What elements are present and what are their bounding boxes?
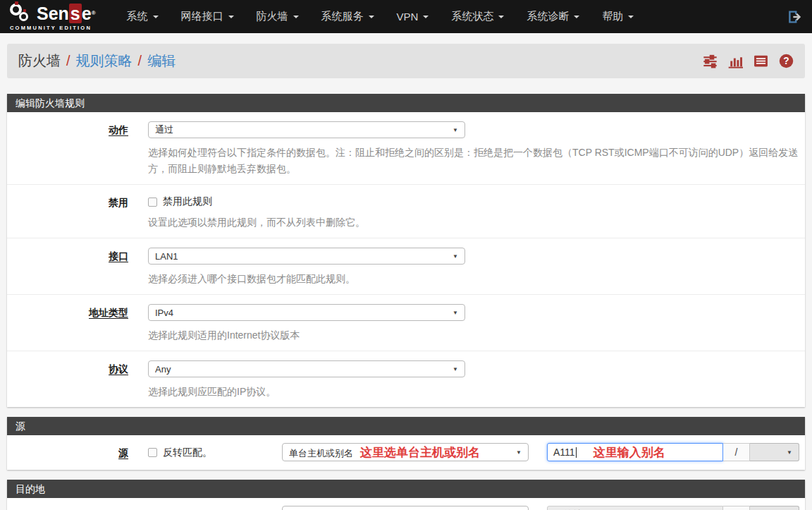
interface-select[interactable]: LAN1 ▼ [148,248,465,265]
form-row-destination: 目的地 反转匹配。 any ▼ 目的地 Address / ▼ [7,498,805,510]
source-mask-select[interactable]: ▼ [750,443,799,461]
form-row-action: 动作 通过 ▼ 选择如何处理符合以下指定条件的数据包。注：阻止和拒绝之间的区别是… [7,112,805,184]
source-panel: 源 源 反转匹配。 单台主机或别名这里选单台主机或别名 ▼ A111 这里输入别… [7,417,805,470]
select-caret-icon: ▼ [516,449,522,456]
protocol-select[interactable]: Any ▼ [148,360,465,377]
nav-item-interfaces[interactable]: 网络接口 [170,0,245,33]
source-address-annotation: 这里输入别名 [593,444,665,461]
svg-text:?: ? [783,56,789,66]
destination-mask-select[interactable]: ▼ [750,506,799,510]
nav-item-diagnostics[interactable]: 系统诊断 [515,0,591,33]
caret-down-icon [628,16,634,18]
nav-item-system[interactable]: 系统 [116,0,170,33]
interface-label: 接口 [7,248,148,287]
mask-separator: / [723,506,750,510]
edition-label: COMMUNITY EDITION [10,25,96,31]
nav-menu: 系统 网络接口 防火墙 系统服务 VPN 系统状态 系统诊断 帮助 [116,0,787,33]
address-family-select[interactable]: IPv4 ▼ [148,304,465,321]
edit-rule-panel: 编辑防火墙规则 动作 通过 ▼ 选择如何处理符合以下指定条件的数据包。注：阻止和… [7,94,805,407]
top-navbar: Sense® COMMUNITY EDITION 系统 网络接口 防火墙 系统服… [0,0,812,33]
disabled-label: 禁用 [7,194,148,231]
caret-down-icon [498,16,504,18]
breadcrumb-link-edit[interactable]: 编辑 [147,51,176,71]
pfsense-logo[interactable]: Sense® COMMUNITY EDITION [10,3,96,31]
action-label: 动作 [7,121,148,177]
form-row-disabled: 禁用 禁用此规则 设置此选项以禁用此规则，而不从列表中删除它。 [7,184,805,238]
breadcrumb-separator: / [133,53,148,69]
nav-item-services[interactable]: 系统服务 [310,0,386,33]
help-icon[interactable]: ? [779,54,794,68]
select-caret-icon: ▼ [453,310,458,316]
nav-item-vpn[interactable]: VPN [386,0,441,33]
panel-title-source: 源 [7,417,805,435]
form-row-source: 源 反转匹配。 单台主机或别名这里选单台主机或别名 ▼ A111 这里输入别名 … [7,435,805,470]
brand-text: Sense® [37,4,96,23]
breadcrumb-separator: / [61,53,76,69]
destination-panel: 目的地 目的地 反转匹配。 any ▼ 目的地 Address / ▼ [7,480,805,510]
select-caret-icon: ▼ [453,366,458,372]
caret-down-icon [293,16,299,18]
sign-out-icon[interactable] [787,9,802,25]
disabled-help-text: 设置此选项以禁用此规则，而不从列表中删除它。 [148,214,799,231]
nav-item-help[interactable]: 帮助 [591,0,645,33]
disable-rule-checkbox[interactable] [148,198,157,207]
select-caret-icon: ▼ [453,127,458,133]
action-help-text: 选择如何处理符合以下指定条件的数据包。注：阻止和拒绝之间的区别是：拒绝是把一个数… [148,145,799,177]
breadcrumb-section: 防火墙 [18,51,61,71]
form-row-interface: 接口 LAN1 ▼ 选择必须进入哪个接口数据包才能匹配此规则。 [7,238,805,294]
caret-down-icon [574,16,579,18]
source-label: 源 [7,444,148,460]
interface-help-text: 选择必须进入哪个接口数据包才能匹配此规则。 [148,271,799,287]
protocol-label: 协议 [7,360,148,400]
caret-down-icon [153,16,159,18]
destination-type-select[interactable]: any ▼ [282,506,529,510]
panel-title-edit-rule: 编辑防火墙规则 [7,94,805,112]
select-caret-icon: ▼ [787,449,792,456]
protocol-help-text: 选择此规则应匹配的IP协议。 [148,384,799,400]
destination-label: 目的地 [7,507,148,510]
sliders-icon[interactable] [703,54,718,68]
select-caret-icon: ▼ [453,253,458,260]
destination-address-input[interactable]: 目的地 Address [547,506,723,510]
list-icon[interactable] [753,54,768,68]
caret-down-icon [423,16,429,18]
panel-title-destination: 目的地 [7,480,805,498]
action-select[interactable]: 通过 ▼ [148,121,465,138]
source-invert-checkbox[interactable] [148,448,157,457]
pfsense-gears-icon [10,3,34,24]
source-invert-label[interactable]: 反转匹配。 [163,447,212,459]
text-caret [576,447,577,458]
nav-item-firewall[interactable]: 防火墙 [245,0,310,33]
source-address-input[interactable]: A111 这里输入别名 [547,443,723,461]
caret-down-icon [228,16,234,18]
caret-down-icon [369,16,374,18]
address-family-label: 地址类型 [7,304,148,344]
disable-rule-checkbox-label[interactable]: 禁用此规则 [163,195,212,208]
breadcrumb: 防火墙 / 规则策略 / 编辑 ? [7,44,805,78]
form-row-address-family: 地址类型 IPv4 ▼ 选择此规则适用的Internet协议版本 [7,294,805,351]
mask-separator: / [723,443,750,461]
source-type-select[interactable]: 单台主机或别名这里选单台主机或别名 ▼ [282,443,529,461]
source-type-annotation: 这里选单台主机或别名 [360,446,480,459]
bar-chart-icon[interactable] [728,54,743,68]
breadcrumb-link-rules[interactable]: 规则策略 [76,51,133,71]
nav-item-status[interactable]: 系统状态 [440,0,515,33]
address-family-help-text: 选择此规则适用的Internet协议版本 [148,327,799,344]
form-row-protocol: 协议 Any ▼ 选择此规则应匹配的IP协议。 [7,351,805,407]
